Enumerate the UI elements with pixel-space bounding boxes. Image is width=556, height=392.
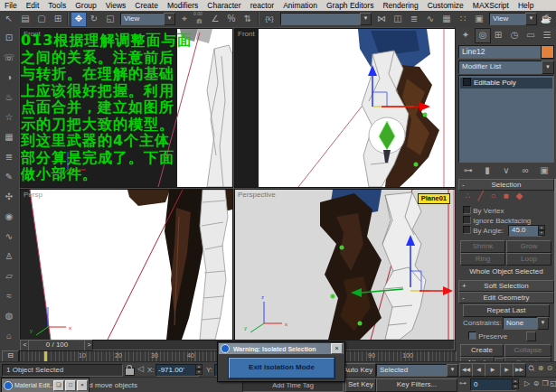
make-unique-icon[interactable]: ∨ <box>499 163 514 177</box>
snap-toggle-icon[interactable]: ⋒ <box>192 14 206 28</box>
angle-snap-icon[interactable]: ∠ <box>208 12 222 25</box>
reactor-tool-icon-12[interactable]: ♙ <box>2 249 16 263</box>
reactor-tool-icon-4[interactable]: ♨ <box>2 90 16 104</box>
rollout-edit-geometry-header[interactable]: -Edit Geometry <box>458 292 554 303</box>
reactor-tool-icon-16[interactable]: ⌂ <box>2 329 16 342</box>
min-max-toggle-icon[interactable]: ◱ <box>549 378 556 389</box>
fov-icon[interactable]: ▷ <box>523 378 532 389</box>
reference-coordinate-dropdown[interactable]: View <box>120 13 168 25</box>
rollout-soft-selection-header[interactable]: +Soft Selection <box>458 280 554 292</box>
tab-motion-icon[interactable]: ◷ <box>507 28 522 42</box>
modifier-stack[interactable]: Editable Poly <box>458 75 554 163</box>
reactor-tool-icon-2[interactable]: ☏ <box>2 51 16 64</box>
create-button[interactable]: Create <box>460 344 504 357</box>
menu-animation[interactable]: Animation <box>278 1 322 10</box>
viewport-persp-left[interactable]: y x Persp <box>20 189 233 341</box>
viewport-label[interactable]: Front <box>238 30 255 38</box>
tab-display-icon[interactable]: ▭ <box>523 28 538 42</box>
menu-tools[interactable]: Tools <box>43 1 71 10</box>
menu-rendering[interactable]: Rendering <box>378 1 422 10</box>
reactor-tool-icon-10[interactable]: ◉ <box>2 210 16 223</box>
menu-group[interactable]: Group <box>71 1 101 10</box>
reactor-tool-icon-3[interactable]: ◑ <box>2 70 16 84</box>
use-pivot-center-icon[interactable]: ⌖ <box>177 12 192 25</box>
x-coord-spinner[interactable]: ▲▼ <box>195 364 203 375</box>
preserve-settings-button[interactable] <box>526 331 536 341</box>
render-view-dropdown[interactable]: View <box>489 13 530 25</box>
viewport-front-right[interactable]: Front <box>234 28 457 188</box>
menu-modifiers[interactable]: Modifiers <box>163 1 203 10</box>
current-frame-marker[interactable] <box>44 351 47 361</box>
ref-coord-dropdown-arrow[interactable]: ▼ <box>164 13 175 25</box>
selection-lock-icon[interactable] <box>125 368 135 376</box>
zoom-all-icon[interactable]: ⊕ <box>536 363 545 374</box>
percent-snap-icon[interactable]: % <box>224 12 239 25</box>
named-selection-dropdown[interactable] <box>280 13 362 25</box>
menu-help[interactable]: Help <box>514 1 538 10</box>
next-frame-button[interactable]: ▶ <box>500 363 514 377</box>
reactor-tool-icon-13[interactable]: ▱ <box>2 269 16 283</box>
tab-hierarchy-icon[interactable]: ⊞ <box>491 28 505 42</box>
x-coord-field[interactable]: -971.00' <box>155 364 199 377</box>
by-angle-checkbox[interactable]: By Angle: <box>463 226 504 235</box>
dialog-close-icon[interactable]: × <box>331 343 343 354</box>
angle-spinner[interactable]: ▲▼ <box>538 225 545 235</box>
show-end-result-icon[interactable]: ▮ <box>480 163 495 177</box>
layer-manager-icon[interactable]: ≣ <box>407 12 421 25</box>
pin-stack-icon[interactable]: ⊶ <box>461 163 476 177</box>
object-name-field[interactable]: Line12 <box>458 45 542 59</box>
rollout-selection-header[interactable]: -Selection <box>458 179 554 191</box>
reactor-tool-icon-15[interactable]: ◍ <box>2 309 16 322</box>
named-selection-dropdown-arrow[interactable]: ▼ <box>360 13 372 25</box>
window-close-icon[interactable]: × <box>77 380 88 391</box>
remove-modifier-icon[interactable]: ∞ <box>518 163 532 177</box>
reactor-tool-icon-6[interactable]: ▦ <box>2 130 16 144</box>
menu-edit[interactable]: Edit <box>22 1 44 10</box>
constraints-dropdown[interactable]: None <box>503 317 542 330</box>
constraints-dropdown-arrow[interactable]: ▼ <box>537 317 549 330</box>
stack-row-editable-poly[interactable]: Editable Poly <box>460 78 552 89</box>
reactor-tool-icon-14[interactable]: ≈ <box>2 289 16 303</box>
polygon-subobject-icon[interactable]: ■ <box>503 191 515 201</box>
menu-views[interactable]: Views <box>101 1 131 10</box>
key-mode-dropdown-arrow[interactable]: ▼ <box>447 364 458 377</box>
scale-tool-icon[interactable]: ◱ <box>103 12 118 25</box>
reactor-tool-icon-9[interactable]: ✣ <box>2 190 16 203</box>
tab-modify-icon[interactable]: ◎ <box>475 28 491 43</box>
exit-isolation-mode-button[interactable]: Exit Isolation Mode <box>229 358 335 378</box>
angle-value-field[interactable]: 45.0 <box>508 225 542 237</box>
align-icon[interactable]: ◫ <box>391 12 405 25</box>
menu-reactor[interactable]: reactor <box>246 1 278 10</box>
object-color-swatch[interactable] <box>541 45 554 59</box>
border-subobject-icon[interactable]: ○ <box>490 191 503 201</box>
viewport-label[interactable]: Persp <box>24 191 42 199</box>
ignore-backfacing-checkbox[interactable]: Ignore Backfacing <box>463 216 531 225</box>
tab-utilities-icon[interactable]: ☰ <box>540 28 554 42</box>
menu-customize[interactable]: Customize <box>423 1 468 10</box>
key-filters-button[interactable]: Key Filters... <box>376 378 457 392</box>
vertex-subobject-icon[interactable]: ∴ <box>465 191 477 201</box>
tab-create-icon[interactable]: ✦ <box>458 28 473 42</box>
schematic-view-icon[interactable]: ▦ <box>439 12 454 25</box>
go-to-end-button[interactable]: ▶▶ <box>513 363 526 377</box>
menu-character[interactable]: Character <box>203 1 245 10</box>
reactor-tool-icon-5[interactable]: ☆ <box>2 110 16 124</box>
reactor-tool-icon-11[interactable]: ∿ <box>2 229 16 243</box>
render-setup-icon[interactable]: ▣ <box>472 12 486 25</box>
play-button[interactable]: ▶ <box>485 363 501 377</box>
current-frame-field[interactable]: 0 <box>470 378 516 391</box>
stack-lightbulb-icon[interactable] <box>463 78 471 86</box>
by-vertex-checkbox[interactable]: By Vertex <box>463 206 504 215</box>
window-crossing-icon[interactable]: ⊞ <box>51 12 65 25</box>
reactor-tool-icon-7[interactable]: ≣ <box>2 150 16 163</box>
reactor-tool-icon-1[interactable]: ⊡ <box>2 31 16 44</box>
absolute-offset-mode-icon[interactable]: ◁ <box>137 364 144 373</box>
window-restore-icon[interactable]: ❏ <box>53 380 64 391</box>
previous-frame-button[interactable]: ◀ <box>472 363 485 377</box>
material-editor-icon[interactable]: ∷ <box>456 12 470 25</box>
modifier-list-arrow[interactable]: ▼ <box>542 61 554 74</box>
rotate-tool-icon[interactable]: ↻ <box>87 12 101 25</box>
quick-render-icon[interactable]: ☕ <box>539 12 553 25</box>
repeat-last-button[interactable]: Repeat Last <box>463 304 550 317</box>
dialog-title-bar[interactable]: Warning: Isolated Selection × <box>219 343 344 354</box>
